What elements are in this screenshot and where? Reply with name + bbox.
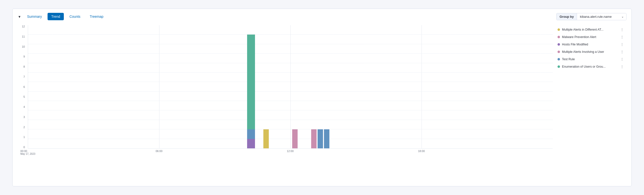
group-by-container: Group by kibana.alert.rule.name kibana.a… [556, 13, 626, 20]
legend-dot-malware [558, 36, 560, 38]
chart-area: 0 1 2 3 4 5 6 7 8 9 10 11 12 [18, 25, 626, 158]
x-tick-1800: 18:00 [418, 150, 425, 152]
collapse-button[interactable]: ▾ [18, 13, 22, 20]
vline-06 [159, 25, 160, 148]
bar-hosts [247, 139, 255, 148]
legend-menu-multi-user[interactable]: ⋮ [620, 50, 624, 54]
legend-dot-hosts [558, 43, 560, 46]
group-by-select[interactable]: kibana.alert.rule.name kibana.alert.seve… [577, 13, 626, 20]
legend-dot-enum [558, 65, 560, 68]
y-tick-0: 0 [18, 146, 26, 149]
bar-group-3 [292, 25, 298, 148]
bar-malware [292, 129, 298, 148]
legend-item-malware: Malware Prevention Alert ⋮ [558, 35, 624, 39]
legend-label-enum: Enumeration of Users or Grou... [562, 65, 606, 68]
main-panel: ▾ Summary Trend Counts Treemap Group by … [12, 9, 632, 186]
legend-dot-test-rule [558, 58, 560, 61]
legend-item-test-rule: Test Rule ⋮ [558, 57, 624, 61]
legend-menu-test-rule[interactable]: ⋮ [620, 57, 624, 61]
bar-group-2 [263, 25, 269, 148]
legend-item-multi-diff: Multiple Alerts in Different AT... ⋮ [558, 28, 624, 32]
legend-label-test-rule: Test Rule [562, 58, 575, 61]
legend-label-malware: Malware Prevention Alert [562, 35, 596, 39]
bar-test [247, 129, 255, 139]
tab-trend[interactable]: Trend [48, 13, 64, 20]
y-tick-3: 3 [18, 116, 26, 118]
x-tick-0000: 00:00 May 17, 2023 [20, 150, 36, 155]
legend-label-multi-user: Multiple Alerts Involving a User [562, 50, 604, 54]
tab-treemap[interactable]: Treemap [86, 13, 107, 20]
y-tick-12: 12 [18, 25, 26, 28]
x-tick-0600: 06:00 [156, 150, 162, 152]
chart-plot [28, 25, 552, 149]
tab-counts[interactable]: Counts [66, 13, 84, 20]
tab-summary[interactable]: Summary [24, 13, 46, 20]
legend-dot-multi-diff [558, 28, 560, 31]
legend-label-hosts: Hosts File Modified [562, 43, 588, 46]
bar-group-5 [318, 25, 323, 148]
legend-item-hosts: Hosts File Modified ⋮ [558, 43, 624, 46]
toolbar: ▾ Summary Trend Counts Treemap Group by … [18, 13, 626, 20]
x-tick-1200: 12:00 [287, 150, 294, 152]
group-by-select-wrapper: kibana.alert.rule.name kibana.alert.seve… [577, 13, 626, 20]
legend-menu-malware[interactable]: ⋮ [620, 35, 624, 39]
bar-multi-diff [263, 129, 269, 148]
bar-group-1 [247, 25, 255, 148]
y-axis: 0 1 2 3 4 5 6 7 8 9 10 11 12 [18, 25, 26, 149]
y-tick-10: 10 [18, 45, 26, 48]
y-tick-9: 9 [18, 55, 26, 58]
y-tick-5: 5 [18, 96, 26, 98]
bar-group-4 [311, 25, 316, 148]
vline-18 [422, 25, 422, 148]
y-tick-8: 8 [18, 65, 26, 68]
group-by-label: Group by [556, 13, 577, 20]
legend-item-multi-user: Multiple Alerts Involving a User ⋮ [558, 50, 624, 54]
bar-group-6 [324, 25, 330, 148]
legend-dot-multi-user [558, 51, 560, 53]
bar-test3 [324, 129, 330, 148]
chart-main: 0 1 2 3 4 5 6 7 8 9 10 11 12 [18, 25, 552, 158]
y-tick-6: 6 [18, 86, 26, 88]
legend-item-enum: Enumeration of Users or Grou... ⋮ [558, 65, 624, 69]
y-tick-4: 4 [18, 106, 26, 108]
y-tick-7: 7 [18, 76, 26, 78]
legend-menu-multi-diff[interactable]: ⋮ [620, 28, 624, 32]
legend-menu-hosts[interactable]: ⋮ [620, 43, 624, 46]
bar-test2 [318, 129, 323, 148]
bar-multi-user [311, 129, 316, 148]
chart-legend: Multiple Alerts in Different AT... ⋮ Mal… [558, 25, 626, 158]
vline-12 [290, 25, 291, 148]
legend-label-multi-diff: Multiple Alerts in Different AT... [562, 28, 603, 31]
y-tick-11: 11 [18, 35, 26, 38]
y-tick-1: 1 [18, 136, 26, 138]
x-axis: 00:00 May 17, 2023 06:00 12:00 18:00 [28, 149, 552, 158]
y-tick-2: 2 [18, 126, 26, 129]
chevron-icon: ▾ [18, 14, 20, 19]
bar-enum [247, 35, 255, 129]
legend-menu-enum[interactable]: ⋮ [620, 65, 624, 69]
